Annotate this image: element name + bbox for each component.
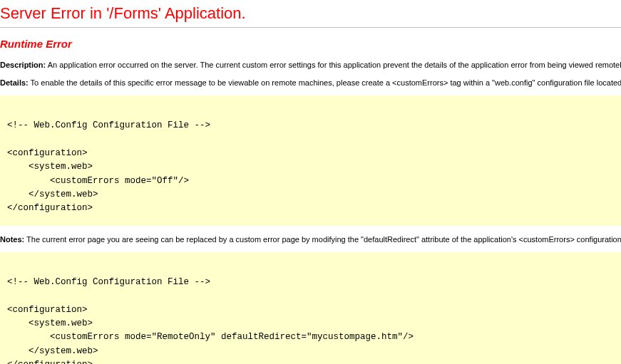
details-text: To enable the details of this specific e…	[31, 78, 621, 87]
code-block-2: <!-- Web.Config Configuration File --> <…	[0, 252, 621, 364]
description-label: Description:	[0, 61, 46, 69]
notes-label: Notes:	[0, 235, 24, 244]
sub-title: Runtime Error	[0, 38, 621, 50]
divider	[0, 27, 621, 28]
details-line: Details: To enable the details of this s…	[0, 78, 621, 88]
description-text: An application error occurred on the ser…	[48, 61, 621, 69]
details-label: Details:	[0, 78, 29, 87]
code-block-1: <!-- Web.Config Configuration File --> <…	[0, 95, 621, 226]
notes-line: Notes: The current error page you are se…	[0, 234, 621, 245]
notes-text: The current error page you are seeing ca…	[26, 235, 621, 244]
page-title: Server Error in '/Forms' Application.	[0, 4, 621, 23]
description-line: Description: An application error occurr…	[0, 60, 621, 71]
